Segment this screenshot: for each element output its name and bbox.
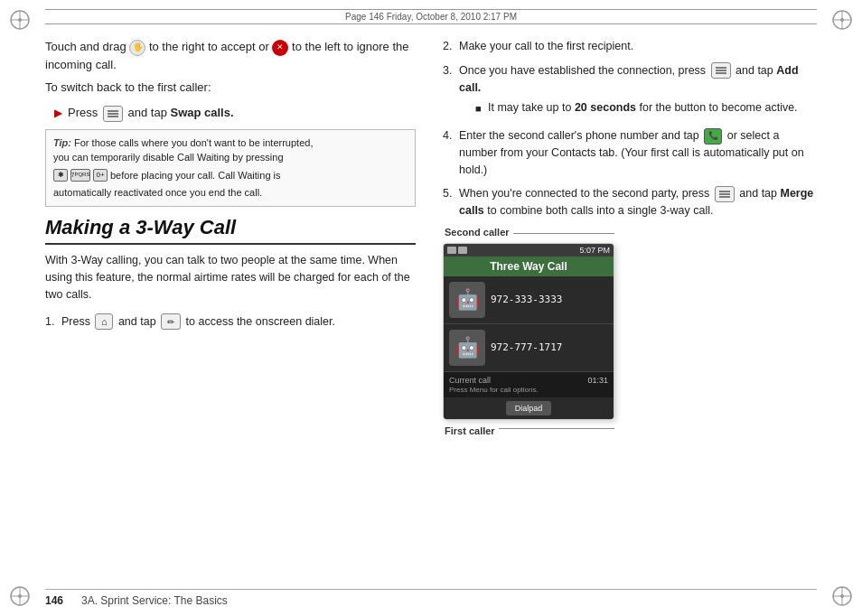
asterisk-icon: ✱ <box>53 169 68 182</box>
step-1-number: 1. <box>45 313 61 331</box>
step-2-content: Make your call to the first recipient. <box>459 38 633 55</box>
tip-box: Tip: For those calls where you don't wan… <box>45 129 416 207</box>
main-content: Touch and drag 🖐 to the right to accept … <box>45 38 817 575</box>
left-column: Touch and drag 🖐 to the right to accept … <box>45 38 434 575</box>
status-icons <box>447 247 467 254</box>
footer: 146 3A. Sprint Service: The Basics <box>45 589 817 607</box>
current-call-section: Current call 01:31 Press Menu for call o… <box>444 372 614 397</box>
phone-bottom-bar: Dialpad <box>444 397 614 419</box>
current-call-hint: Press Menu for call options. <box>449 386 608 394</box>
step-4-content: Enter the second caller's phone number a… <box>459 127 817 178</box>
step-3-number: 3. <box>443 62 459 79</box>
second-caller-label-row: Second caller <box>443 227 614 241</box>
signal-icon <box>447 247 456 254</box>
pencil-icon: ✏ <box>161 313 181 330</box>
section-body: With 3-Way calling, you can talk to two … <box>45 252 416 304</box>
tip-text2: you can temporarily disable Call Waiting… <box>53 152 284 163</box>
step-3: 3. Once you have established the connect… <box>443 62 817 120</box>
current-call-label: Current call <box>449 376 491 385</box>
first-caller-section-hold: 🤖 972-777-1717 <box>444 324 614 372</box>
avatar-robot-icon: 🤖 <box>449 282 485 318</box>
step-5-number: 5. <box>443 185 459 202</box>
switch-back-text: To switch back to the first caller: <box>45 79 416 97</box>
right-column: 2. Make your call to the first recipient… <box>434 38 817 575</box>
first-caller-label-row: First caller <box>443 422 614 436</box>
phone-status-bar: 5:07 PM <box>444 244 614 257</box>
second-caller-line <box>513 233 614 234</box>
step-1-content: Press ⌂ and tap ✏ to access the onscreen… <box>61 313 416 331</box>
current-call-row: Current call 01:31 <box>449 376 608 385</box>
tip-text3: before placing your call. Call Waiting i… <box>110 168 281 183</box>
intro-line1: Touch and drag 🖐 to the right to accept … <box>45 38 416 73</box>
step-2: 2. Make your call to the first recipient… <box>443 38 817 55</box>
step-1: 1. Press ⌂ and tap ✏ to access the onscr… <box>45 313 416 331</box>
step-3-sub-bullet: ■ It may take up to 20 seconds for the b… <box>475 99 817 117</box>
svg-point-15 <box>840 594 844 598</box>
bullet-arrow-icon: ▶ <box>54 107 62 119</box>
second-caller-label: Second caller <box>445 227 510 238</box>
tip-text1: For those calls where you don't want to … <box>74 137 313 148</box>
intro-block: Touch and drag 🖐 to the right to accept … <box>45 38 416 97</box>
phone-header-text: Three Way Call <box>490 260 567 273</box>
first-caller-label: First caller <box>445 425 495 436</box>
steps-list-right: 2. Make your call to the first recipient… <box>443 38 817 219</box>
menu-button-icon-2 <box>711 62 731 79</box>
bullet-swap-calls: ▶ Press and tap Swap calls. <box>54 106 416 122</box>
tip-label: Tip: <box>53 137 71 148</box>
first-caller-avatar: 🤖 <box>449 330 485 366</box>
step-4: 4. Enter the second caller's phone numbe… <box>443 127 817 178</box>
corner-mark-tl <box>7 7 33 33</box>
0plus-icon: 0+ <box>93 169 108 182</box>
phone-time: 5:07 PM <box>579 246 610 255</box>
steps-list-left: 1. Press ⌂ and tap ✏ to access the onscr… <box>45 313 416 331</box>
corner-mark-br <box>829 583 855 609</box>
sub-bullet-text: It may take up to 20 seconds for the but… <box>488 99 798 117</box>
menu-button-icon-3 <box>715 186 735 202</box>
current-call-timer: 01:31 <box>587 376 608 385</box>
phone-screenshot: 5:07 PM Three Way Call 🤖 972-333-3333 <box>443 243 614 420</box>
sub-bullet-marker: ■ <box>475 101 488 117</box>
corner-mark-tr <box>829 7 855 33</box>
wifi-icon <box>458 247 467 254</box>
tip-text4: automatically reactivated once you end t… <box>53 187 262 198</box>
corner-mark-bl <box>7 583 33 609</box>
svg-point-11 <box>18 594 22 598</box>
meta-bar: Page 146 Friday, October 8, 2010 2:17 PM <box>45 9 817 24</box>
svg-point-7 <box>840 18 844 22</box>
home-button-icon: ⌂ <box>95 313 113 330</box>
second-caller-number: 972-333-3333 <box>491 294 562 305</box>
drag-icon: 🖐 <box>129 40 145 56</box>
step-5: 5. When you're connected to the second p… <box>443 185 817 219</box>
reject-icon: ✕ <box>272 40 288 56</box>
second-caller-avatar: 🤖 <box>449 282 485 318</box>
dialpad-button[interactable]: Dialpad <box>506 401 552 415</box>
first-caller-line <box>499 428 614 429</box>
section-heading: Making a 3-Way Call <box>45 216 416 245</box>
phone-header-bar: Three Way Call <box>444 257 614 276</box>
menu-button-icon <box>103 106 123 122</box>
phone-green-icon: 📞 <box>704 128 722 145</box>
step-4-number: 4. <box>443 127 459 145</box>
step-2-number: 2. <box>443 38 459 55</box>
first-caller-number: 972-777-1717 <box>491 341 562 353</box>
meta-text: Page 146 Friday, October 8, 2010 2:17 PM <box>345 12 517 22</box>
second-caller-section: 🤖 972-333-3333 <box>444 276 614 324</box>
bullet-content: Press and tap Swap calls. <box>68 106 234 122</box>
tip-icons-row: ✱ 7PQRS 0+ before placing your call. Cal… <box>53 168 408 183</box>
phone-screenshot-section: Second caller 5:07 PM Three Way Call <box>443 227 817 438</box>
avatar-robot-icon-2: 🤖 <box>449 330 485 366</box>
step-3-content: Once you have established the connection… <box>459 62 817 120</box>
footer-page-number: 146 <box>45 594 81 607</box>
step-5-content: When you're connected to the second part… <box>459 185 817 219</box>
7pqrs-icon: 7PQRS <box>70 169 90 182</box>
svg-point-3 <box>18 18 22 22</box>
footer-text: 3A. Sprint Service: The Basics <box>81 594 228 607</box>
